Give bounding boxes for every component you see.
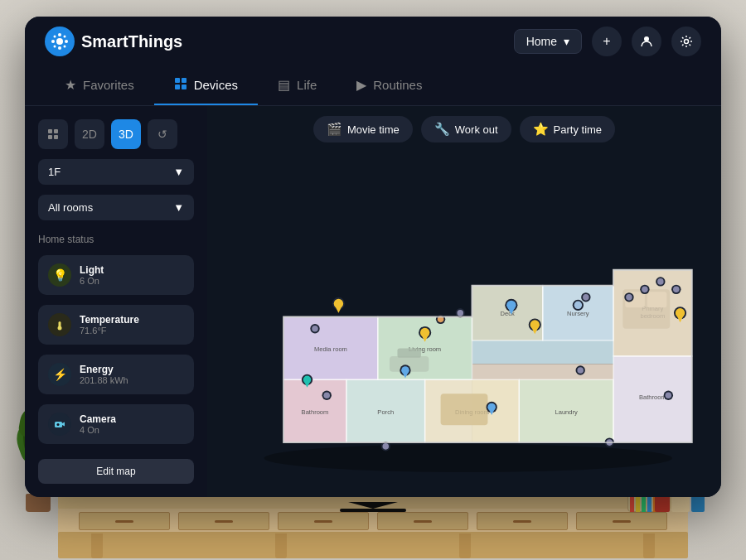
svg-point-23: [57, 423, 60, 426]
svg-point-6: [64, 36, 66, 38]
movie-label: Movie time: [347, 123, 400, 136]
profile-button[interactable]: [632, 27, 661, 56]
svg-rect-17: [48, 135, 52, 139]
camera-value: 4 On: [80, 425, 184, 435]
routines-icon: ▶: [356, 77, 366, 93]
floor-selector[interactable]: 1F ▼: [38, 159, 194, 185]
status-light[interactable]: 💡 Light 6 On: [38, 255, 194, 295]
svg-rect-13: [175, 84, 180, 89]
party-label: Party time: [554, 123, 603, 136]
logo-icon: [45, 27, 75, 56]
floor-arrow: ▼: [173, 166, 184, 178]
svg-text:Nursery: Nursery: [567, 310, 589, 317]
light-name: Light: [80, 264, 184, 276]
grid-view-btn[interactable]: [38, 119, 68, 149]
tab-routines-label: Routines: [373, 78, 422, 92]
tab-devices-label: Devices: [194, 78, 238, 92]
view-controls: 2D 3D ↺: [38, 119, 194, 149]
svg-point-90: [626, 294, 632, 301]
2d-view-btn[interactable]: 2D: [75, 119, 104, 149]
workout-icon: 🔧: [434, 122, 450, 137]
svg-point-102: [382, 443, 389, 450]
svg-point-112: [323, 392, 330, 398]
svg-rect-65: [441, 393, 488, 425]
svg-point-3: [51, 40, 55, 43]
status-temperature[interactable]: Temperature 71.6°F: [38, 305, 194, 345]
movie-icon: 🎬: [327, 122, 342, 137]
party-icon: ⭐: [533, 122, 549, 137]
floor-plan-svg: Media room Living room Deck Nursery Prim…: [224, 176, 705, 474]
floor-plan: Media room Living room Deck Nursery Prim…: [207, 152, 721, 497]
svg-point-92: [642, 287, 648, 293]
energy-value: 201.88 kWh: [80, 375, 184, 385]
movie-mode-chip[interactable]: 🎬 Movie time: [313, 116, 413, 142]
svg-text:Porch: Porch: [377, 408, 394, 416]
workout-mode-chip[interactable]: 🔧 Work out: [421, 116, 511, 142]
history-btn[interactable]: ↺: [148, 119, 177, 149]
svg-point-96: [673, 287, 680, 293]
svg-point-98: [312, 326, 318, 332]
svg-text:Media room: Media room: [314, 345, 347, 353]
svg-point-104: [457, 310, 463, 316]
floor-label: 1F: [48, 166, 61, 178]
svg-point-0: [56, 38, 63, 45]
svg-text:Bathroom: Bathroom: [639, 393, 666, 401]
energy-text: Energy 201.88 kWh: [80, 364, 184, 385]
tab-routines[interactable]: ▶ Routines: [337, 67, 442, 104]
home-selector[interactable]: Home ▾: [514, 29, 582, 54]
app-name: SmartThings: [81, 32, 182, 51]
room-label: All rooms: [48, 201, 93, 214]
light-icon: 💡: [48, 263, 71, 287]
energy-name: Energy: [80, 364, 184, 375]
nav-tabs: ★ Favorites Devices ▤ Life ▶ Routines: [25, 66, 721, 106]
svg-point-110: [666, 392, 672, 398]
svg-point-5: [54, 36, 56, 38]
sidebar: 2D 3D ↺ 1F ▼ All rooms ▼ Home status: [25, 106, 207, 497]
status-energy[interactable]: ⚡ Energy 201.88 kWh: [38, 355, 194, 394]
party-mode-chip[interactable]: ⭐ Party time: [520, 116, 616, 142]
map-area: 🎬 Movie time 🔧 Work out ⭐ Party time: [207, 106, 721, 497]
svg-rect-15: [48, 129, 52, 133]
tab-devices[interactable]: Devices: [154, 67, 258, 105]
svg-text:Bathroom: Bathroom: [302, 408, 329, 416]
svg-point-8: [64, 46, 66, 48]
svg-point-24: [264, 444, 672, 472]
favorites-icon: ★: [65, 77, 76, 93]
svg-point-7: [54, 46, 56, 48]
svg-point-4: [65, 40, 68, 43]
svg-rect-11: [175, 78, 180, 83]
3d-view-btn[interactable]: 3D: [111, 119, 141, 149]
svg-rect-64: [647, 292, 667, 307]
temp-text: Temperature 71.6°F: [80, 314, 184, 336]
tab-favorites[interactable]: ★ Favorites: [45, 67, 154, 104]
svg-point-106: [583, 294, 589, 301]
svg-point-117: [574, 302, 582, 309]
camera-text: Camera 4 On: [80, 413, 184, 435]
temp-value: 71.6°F: [80, 326, 184, 336]
room-arrow: ▼: [173, 201, 184, 214]
status-camera[interactable]: Camera 4 On: [38, 404, 194, 444]
svg-rect-12: [182, 78, 186, 83]
home-status-label: Home status: [38, 234, 194, 245]
tab-life[interactable]: ▤ Life: [258, 67, 337, 104]
light-value: 6 On: [80, 276, 184, 286]
tv-frame: SmartThings Home ▾ + ★ Favorites Devi: [25, 17, 721, 497]
svg-point-94: [657, 278, 664, 285]
svg-point-100: [577, 367, 584, 374]
camera-icon: [48, 413, 71, 436]
svg-rect-61: [397, 348, 420, 357]
quick-modes: 🎬 Movie time 🔧 Work out ⭐ Party time: [207, 106, 721, 152]
edit-map-button[interactable]: Edit map: [38, 459, 194, 484]
settings-button[interactable]: [671, 27, 701, 56]
temp-icon: [48, 313, 71, 336]
temp-name: Temperature: [80, 314, 184, 326]
svg-rect-14: [182, 84, 186, 89]
app-header: SmartThings Home ▾ +: [25, 17, 721, 66]
home-arrow: ▾: [564, 35, 569, 48]
svg-point-10: [685, 40, 689, 44]
add-button[interactable]: +: [592, 27, 622, 56]
room-selector[interactable]: All rooms ▼: [38, 195, 194, 220]
svg-text:Laundry: Laundry: [555, 408, 578, 416]
svg-rect-18: [54, 135, 58, 139]
svg-point-2: [58, 46, 61, 50]
